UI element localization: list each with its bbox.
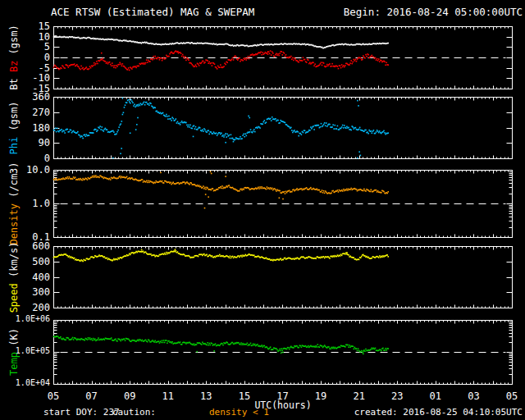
- x-tick-label-09: 09: [124, 390, 135, 402]
- x-tick-label-01: 01: [430, 390, 441, 402]
- x-tick-label-05: 05: [48, 390, 59, 402]
- x-tick-label-07: 07: [85, 390, 97, 402]
- ace-rtsw-plot: ACE RTSW (Estimated) MAG & SWEPAM Begin:…: [0, 0, 525, 420]
- begin-timestamp: Begin: 2016-08-24 05:00:00UTC: [344, 6, 523, 18]
- density-axis-title-part: (/cm3): [8, 162, 20, 203]
- x-tick-label-05: 05: [506, 390, 518, 402]
- x-tick-label-13: 13: [200, 390, 212, 402]
- density-axis-title-part: Density: [8, 203, 20, 245]
- mag-phi-axis-title-part: (gsm): [8, 101, 20, 136]
- speed-plot-canvas: [52, 245, 514, 309]
- temperature-ytick-label: 1.0E+06: [0, 314, 50, 323]
- mag-bt-bz-plot-canvas: [52, 25, 514, 90]
- mag-bt-bz-axis-title-part: (gsm): [8, 25, 20, 60]
- x-tick-label-21: 21: [353, 390, 364, 402]
- temperature-ytick-label: 1.0E+04: [0, 378, 50, 387]
- speed-axis-title-part: (km/s): [8, 241, 20, 283]
- x-tick-label-15: 15: [239, 390, 250, 402]
- mag-bt-bz-axis-title-part: Bt: [8, 72, 20, 90]
- mag-phi-axis-title-part: Phi: [8, 136, 20, 154]
- x-tick-label-11: 11: [162, 390, 174, 402]
- temperature-plot-canvas: [52, 319, 514, 386]
- created-timestamp: created: 2016-08-25 04:10:05UTC: [354, 407, 523, 418]
- start-doy-label: start DOY: 237: [43, 407, 120, 418]
- density-warning-label: density < 1: [209, 407, 269, 418]
- x-tick-label-03: 03: [468, 390, 479, 402]
- x-tick-label-23: 23: [391, 390, 403, 402]
- mag-phi-plot-canvas: [52, 96, 514, 160]
- mag-bt-bz-axis-title-part: Bz: [8, 61, 20, 72]
- density-plot-canvas: [52, 169, 514, 239]
- speed-axis-title-part: Speed: [8, 283, 20, 313]
- plot-title: ACE RTSW (Estimated) MAG & SWEPAM: [51, 6, 254, 18]
- caution-label: caution:: [112, 407, 156, 418]
- x-tick-label-19: 19: [315, 390, 326, 402]
- temperature-axis-title-part: (K): [8, 328, 20, 352]
- temperature-axis-title-part: Temp: [8, 352, 20, 376]
